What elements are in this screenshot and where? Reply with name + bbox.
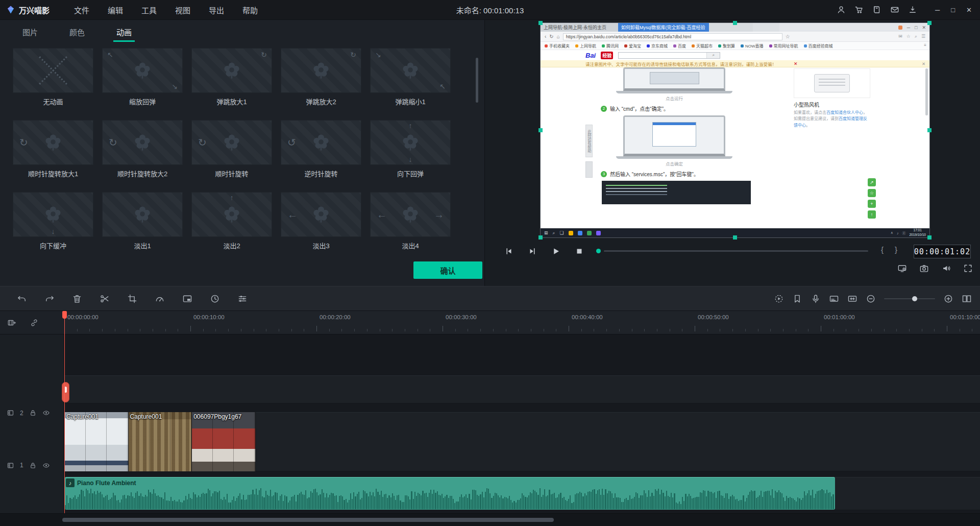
- bookmark-item: 爱淘宝: [624, 43, 641, 49]
- eye-icon[interactable]: [42, 462, 50, 469]
- render-preview-button[interactable]: [774, 294, 784, 304]
- zoom-out-button[interactable]: [866, 294, 876, 304]
- timeline-ruler[interactable]: 00:00:00:0000:00:10:0000:00:20:0000:00:3…: [64, 311, 980, 334]
- mark-in-icon[interactable]: {: [881, 245, 884, 254]
- video-track-2-lane[interactable]: [64, 375, 980, 403]
- lock-icon[interactable]: [29, 409, 37, 417]
- account-icon[interactable]: [837, 5, 846, 14]
- preset-item[interactable]: ↺ 逆时针旋转: [281, 120, 361, 178]
- notice-close-icon: ✕: [794, 61, 798, 66]
- duration-button[interactable]: [210, 294, 220, 304]
- selection-handle[interactable]: [538, 21, 543, 25]
- preset-item[interactable]: ← 淡出3: [281, 192, 361, 250]
- selection-handle[interactable]: [538, 128, 543, 132]
- adjust-button[interactable]: [237, 294, 248, 304]
- timeline-clip[interactable]: Capture001: [65, 412, 129, 471]
- selection-handle[interactable]: [733, 235, 737, 240]
- confirm-button[interactable]: 确认: [413, 261, 482, 279]
- preset-item[interactable]: ↑ 淡出2: [191, 192, 272, 250]
- store-cart-icon[interactable]: [854, 5, 864, 14]
- panel-layout-button[interactable]: [962, 294, 972, 304]
- seek-bar[interactable]: [604, 250, 868, 252]
- next-frame-button[interactable]: [528, 247, 537, 256]
- resources-icon[interactable]: [872, 5, 881, 14]
- preset-item[interactable]: 淡出1: [102, 192, 183, 250]
- seek-handle[interactable]: [596, 249, 601, 253]
- preset-label: 淡出2: [191, 241, 272, 250]
- preset-item[interactable]: 无动画: [13, 48, 93, 106]
- link-clips-icon[interactable]: [30, 318, 39, 327]
- helper-vertical-tab-2: [585, 161, 593, 178]
- menu-item[interactable]: 导出: [209, 5, 224, 15]
- selection-handle[interactable]: [733, 21, 737, 25]
- deco-arrow-icon: ↓: [52, 228, 55, 235]
- window-control-button[interactable]: □: [951, 6, 955, 14]
- record-voiceover-button[interactable]: [811, 294, 821, 304]
- eye-icon[interactable]: [42, 409, 50, 417]
- bookmark-item: NOW直播: [741, 43, 764, 49]
- subtitle-button[interactable]: [829, 294, 839, 304]
- stop-button[interactable]: [575, 247, 584, 256]
- mini-record-clip[interactable]: [62, 382, 69, 402]
- preset-item[interactable]: ↻ 顺时针旋转放大1: [13, 120, 93, 178]
- selection-handle[interactable]: [927, 235, 932, 240]
- redo-button[interactable]: [44, 294, 55, 304]
- timeline-clip[interactable]: Capture001: [129, 412, 192, 471]
- selection-handle[interactable]: [927, 21, 932, 25]
- zoom-in-button[interactable]: [943, 294, 953, 304]
- menu-item[interactable]: 编辑: [108, 5, 123, 15]
- selection-handle[interactable]: [538, 235, 543, 240]
- preset-label: 弹跳放大1: [191, 97, 272, 106]
- play-button[interactable]: [551, 247, 560, 256]
- menu-item[interactable]: 帮助: [242, 5, 258, 15]
- audio-clip[interactable]: ♪ Piano Flute Ambient: [65, 477, 835, 510]
- panel-scrollbar[interactable]: [476, 58, 478, 103]
- pip-button[interactable]: [182, 294, 192, 304]
- delete-button[interactable]: [72, 294, 82, 304]
- timeline-zoom-slider[interactable]: [884, 298, 935, 299]
- preview-timecode[interactable]: 00:00:01:02: [914, 245, 971, 258]
- feedback-mail-icon[interactable]: [890, 5, 899, 14]
- timeline-clip[interactable]: 006097Pbgy1g67: [192, 412, 256, 471]
- split-scissors-button[interactable]: [100, 294, 110, 304]
- add-track-icon[interactable]: [7, 318, 16, 327]
- download-icon[interactable]: [908, 5, 917, 14]
- preset-item[interactable]: ↻ 弹跳放大2: [281, 48, 361, 106]
- video-browser-logo-dot: [898, 26, 902, 30]
- playhead-line[interactable]: [64, 311, 65, 513]
- panel-tab[interactable]: 颜色: [69, 27, 85, 42]
- crop-button[interactable]: [127, 294, 137, 304]
- preset-item[interactable]: ↻ 顺时针旋转: [191, 120, 272, 178]
- lock-icon[interactable]: [29, 462, 37, 469]
- playhead-handle[interactable]: [62, 311, 67, 319]
- menu-item[interactable]: 视图: [175, 5, 190, 15]
- window-control-button[interactable]: ─: [935, 6, 940, 14]
- preset-item[interactable]: ↖ ↘ 缩放回弹: [102, 48, 183, 106]
- undo-button[interactable]: [17, 294, 27, 304]
- menu-item[interactable]: 工具: [141, 5, 157, 15]
- menu-item[interactable]: 文件: [74, 5, 89, 15]
- preset-item[interactable]: ← → 淡出4: [370, 192, 451, 250]
- preset-item[interactable]: ↻ 弹跳放大1: [191, 48, 272, 106]
- snapshot-camera-icon[interactable]: [919, 264, 929, 273]
- zoom-slider-knob[interactable]: [912, 296, 917, 301]
- display-settings-icon[interactable]: [897, 264, 907, 273]
- preset-item[interactable]: ↻ 顺时针旋转放大2: [102, 120, 183, 178]
- panel-tab[interactable]: 动画: [116, 27, 132, 42]
- panel-tab[interactable]: 图片: [22, 27, 38, 42]
- selection-handle[interactable]: [927, 128, 932, 132]
- marker-button[interactable]: [792, 294, 802, 304]
- preset-item[interactable]: ↓ 向下缓冲: [13, 192, 93, 250]
- window-control-button[interactable]: ✕: [966, 6, 972, 14]
- mute-speaker-icon[interactable]: [942, 264, 951, 273]
- preset-item[interactable]: ↑ ↓ 向下回弹: [370, 120, 451, 178]
- fit-timeline-button[interactable]: [847, 294, 857, 304]
- fullscreen-icon[interactable]: [963, 264, 973, 273]
- mark-out-icon[interactable]: }: [895, 245, 897, 254]
- previous-frame-button[interactable]: [504, 247, 513, 256]
- speed-button[interactable]: [155, 294, 165, 304]
- timeline-hscrollbar-thumb[interactable]: [62, 518, 554, 522]
- taskbar-search-icon: ⌕: [553, 230, 555, 236]
- preset-item[interactable]: ↘ ↖ 弹跳缩小1: [370, 48, 451, 106]
- preview-video-canvas[interactable]: 上网导航-极简上网·永恒的主页 如何卸载Mysql数据库(完全卸载-百度经验 ─…: [541, 23, 929, 237]
